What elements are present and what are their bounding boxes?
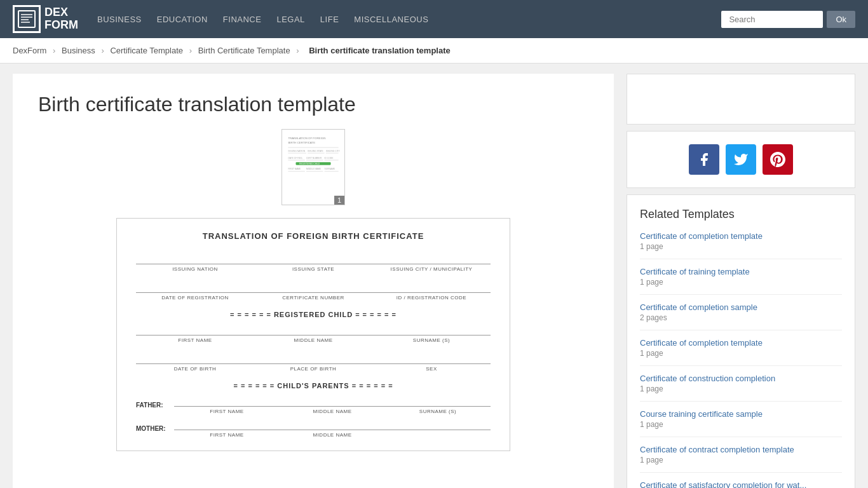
breadcrumb-birth-cert[interactable]: Birth Certificate Template <box>198 46 290 55</box>
mother-middle: MIDDLE NAME <box>280 419 385 438</box>
cert-field-id-code: ID / REGISTRATION CODE <box>372 282 491 301</box>
cert-field-dob: DATE OF BIRTH <box>136 353 254 372</box>
cert-field-issuing-city: ISSUING CITY / MUNICIPALITY <box>372 254 491 272</box>
related-item-4: Certificate of construction completion 1… <box>640 374 842 402</box>
pinterest-share-button[interactable] <box>763 144 793 175</box>
doc-page-number: 1 <box>334 196 344 205</box>
mother-fields: FIRST NAME MIDDLE NAME <box>174 419 491 438</box>
svg-text:MIDDLE NAME: MIDDLE NAME <box>306 168 322 170</box>
svg-text:DATE OF REG.: DATE OF REG. <box>288 157 302 159</box>
logo-text: DEX FORM <box>44 6 78 32</box>
nav-education[interactable]: EDUCATION <box>157 15 208 24</box>
cert-field-date-reg: DATE OF REGISTRATION <box>136 282 254 301</box>
related-link-3[interactable]: Certificate of completion template <box>640 338 842 348</box>
mother-first: FIRST NAME <box>174 419 280 438</box>
related-pages-3: 1 page <box>640 349 842 358</box>
cert-row-3: FIRST NAME MIDDLE NAME SURNAME (S) <box>136 325 491 343</box>
breadcrumb-sep-4: › <box>296 46 299 55</box>
cert-row-4: DATE OF BIRTH PLACE OF BIRTH SEX <box>136 353 491 372</box>
father-surname: SURNAME (S) <box>385 396 491 414</box>
related-item-6: Certificate of contract completion templ… <box>640 445 842 473</box>
father-fields: FIRST NAME MIDDLE NAME SURNAME (S) <box>174 396 491 414</box>
breadcrumb-sep-3: › <box>189 46 192 55</box>
related-link-4[interactable]: Certificate of construction completion <box>640 374 842 383</box>
parents-header: = = = = = = CHILD'S PARENTS = = = = = = <box>136 382 491 390</box>
cert-field-sex: SEX <box>372 353 491 372</box>
breadcrumb-current: Birth certificate translation template <box>309 46 451 55</box>
related-pages-5: 1 page <box>640 420 842 429</box>
father-middle: MIDDLE NAME <box>280 396 385 414</box>
main-layout: Birth certificate translation template T… <box>0 64 868 488</box>
cert-field-middle-name: MIDDLE NAME <box>254 325 372 343</box>
search-area: Ok <box>721 11 855 28</box>
related-pages-0: 1 page <box>640 242 842 251</box>
cert-field-issuing-state: ISSUING STATE <box>254 254 372 272</box>
logo[interactable]: DEX FORM <box>13 5 78 33</box>
related-pages-2: 2 pages <box>640 313 842 322</box>
cert-field-first-name: FIRST NAME <box>136 325 254 343</box>
breadcrumb-business[interactable]: Business <box>62 46 95 55</box>
related-link-5[interactable]: Course training certificate sample <box>640 409 842 419</box>
nav-miscellaneous[interactable]: MISCELLANEOUS <box>354 15 428 24</box>
header: DEX FORM BUSINESS EDUCATION FINANCE LEGA… <box>0 0 868 38</box>
related-pages-6: 1 page <box>640 456 842 464</box>
nav-legal[interactable]: LEGAL <box>276 15 304 24</box>
page-title: Birth certificate translation template <box>38 93 588 116</box>
mother-label: MOTHER: <box>136 425 174 432</box>
related-link-0[interactable]: Certificate of completion template <box>640 231 842 241</box>
breadcrumb-sep-1: › <box>53 46 55 55</box>
logo-icon <box>13 5 41 33</box>
related-item-0: Certificate of completion template 1 pag… <box>640 231 842 259</box>
svg-rect-0 <box>18 11 35 27</box>
svg-text:SURNAME: SURNAME <box>325 168 336 170</box>
related-templates: Related Templates Certificate of complet… <box>627 194 855 488</box>
related-templates-title: Related Templates <box>640 208 842 221</box>
related-pages-1: 1 page <box>640 278 842 287</box>
doc-preview-container: TRANSLATION OF FOREIGN BIRTH CERTIFICATE… <box>38 129 588 205</box>
breadcrumb: DexForm › Business › Certificate Templat… <box>0 38 868 64</box>
mother-row: MOTHER: FIRST NAME MIDDLE NAME <box>136 419 491 438</box>
breadcrumb-cert-template[interactable]: Certificate Template <box>110 46 183 55</box>
cert-field-issuing-nation: ISSUING NATION <box>136 254 254 272</box>
nav-life[interactable]: LIFE <box>320 15 339 24</box>
svg-text:FIRST NAME: FIRST NAME <box>288 168 301 170</box>
related-link-2[interactable]: Certificate of completion sample <box>640 302 842 312</box>
svg-text:ISSUING CITY: ISSUING CITY <box>326 150 341 152</box>
related-item-1: Certificate of training template 1 page <box>640 267 842 295</box>
father-first: FIRST NAME <box>174 396 280 414</box>
related-link-1[interactable]: Certificate of training template <box>640 267 842 276</box>
svg-text:ID CODE: ID CODE <box>325 157 334 159</box>
father-label: FATHER: <box>136 402 174 409</box>
sidebar-ad <box>627 74 855 125</box>
breadcrumb-dexform[interactable]: DexForm <box>13 46 46 55</box>
search-button[interactable]: Ok <box>827 11 855 28</box>
cert-row-1: ISSUING NATION ISSUING STATE ISSUING CIT… <box>136 254 491 272</box>
nav-business[interactable]: BUSINESS <box>97 15 142 24</box>
doc-thumbnail[interactable]: TRANSLATION OF FOREIGN BIRTH CERTIFICATE… <box>281 129 345 205</box>
breadcrumb-sep-2: › <box>101 46 104 55</box>
related-item-3: Certificate of completion template 1 pag… <box>640 338 842 366</box>
svg-text:ISSUING NATION: ISSUING NATION <box>288 150 305 152</box>
mother-surname <box>385 419 491 438</box>
related-link-6[interactable]: Certificate of contract completion templ… <box>640 445 842 454</box>
svg-text:CERT NUMBER: CERT NUMBER <box>306 157 322 159</box>
cert-preview: TRANSLATION OF FOREIGN BIRTH CERTIFICATE… <box>116 218 510 451</box>
sidebar: Related Templates Certificate of complet… <box>627 74 855 488</box>
related-item-5: Course training certificate sample 1 pag… <box>640 409 842 437</box>
related-item-2: Certificate of completion sample 2 pages <box>640 302 842 330</box>
related-item-7: Certificate of satisfactory completion f… <box>640 480 842 488</box>
nav-finance[interactable]: FINANCE <box>223 15 262 24</box>
main-nav: BUSINESS EDUCATION FINANCE LEGAL LIFE MI… <box>97 15 721 24</box>
registered-child-header: = = = = = = REGISTERED CHILD = = = = = = <box>136 311 491 318</box>
cert-field-cert-number: CERTIFICATE NUMBER <box>254 282 372 301</box>
svg-text:REGISTERED CHILD: REGISTERED CHILD <box>299 163 320 165</box>
related-link-7[interactable]: Certificate of satisfactory completion f… <box>640 480 842 488</box>
social-share <box>627 131 855 188</box>
twitter-share-button[interactable] <box>726 144 756 175</box>
svg-text:BIRTH CERTIFICATE: BIRTH CERTIFICATE <box>288 141 315 144</box>
cert-main-title: TRANSLATION OF FOREIGN BIRTH CERTIFICATE <box>136 231 491 241</box>
facebook-share-button[interactable] <box>689 144 719 175</box>
father-row: FATHER: FIRST NAME MIDDLE NAME SURNAME (… <box>136 396 491 414</box>
cert-row-2: DATE OF REGISTRATION CERTIFICATE NUMBER … <box>136 282 491 301</box>
search-input[interactable] <box>721 11 823 28</box>
